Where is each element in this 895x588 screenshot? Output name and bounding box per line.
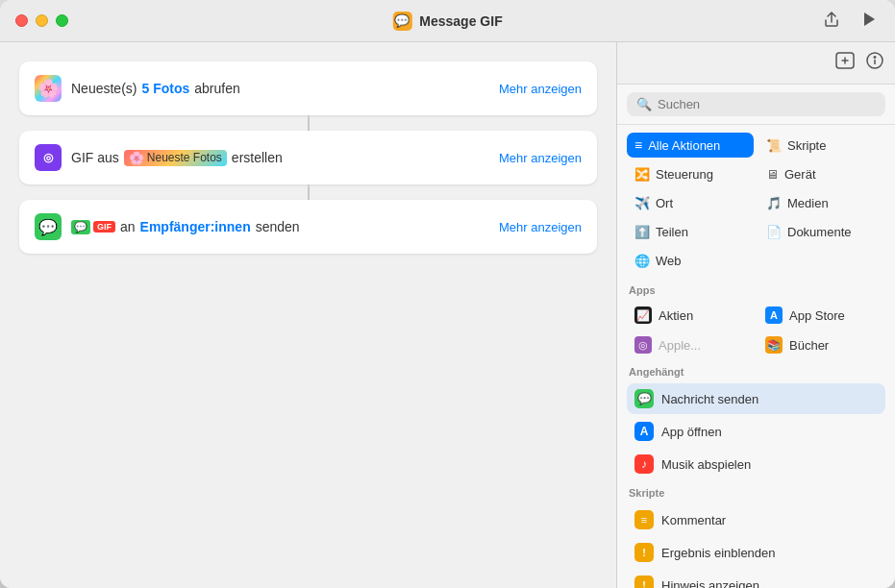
action-app-oeffnen[interactable]: A App öffnen <box>627 416 885 447</box>
app-apple[interactable]: ◎ Apple... <box>627 331 755 358</box>
titlebar-center: 💬 Message GIF <box>392 12 502 31</box>
step3-mehr-button[interactable]: Mehr anzeigen <box>499 220 582 234</box>
step2-mehr-button[interactable]: Mehr anzeigen <box>499 151 582 165</box>
maximize-button[interactable] <box>56 14 68 27</box>
cat-medien-label: Medien <box>787 196 829 210</box>
step2-neueste-fotos: 🌸 Neueste Fotos <box>124 150 227 166</box>
scripts-section-label: Skripte <box>617 483 895 501</box>
musik-abspielen-label: Musik abspielen <box>661 457 751 472</box>
cat-ort[interactable]: ✈️ Ort <box>627 191 754 215</box>
app-aktien[interactable]: 📈 Aktien <box>627 302 755 329</box>
action-ergebnis-einblenden[interactable]: ! Ergebnis einblenden <box>627 537 885 568</box>
svg-point-5 <box>874 57 876 59</box>
cat-steuerung-label: Steuerung <box>656 167 713 182</box>
cat-geraet[interactable]: 🖥 Gerät <box>758 162 885 186</box>
step3-label-senden: senden <box>256 219 300 234</box>
buecher-icon: 📚 <box>765 336 783 354</box>
step1-label-abrufen: abrufen <box>194 81 239 96</box>
cat-dokumente[interactable]: 📄 Dokumente <box>758 220 885 244</box>
musik-abspielen-icon: ♪ <box>634 454 654 474</box>
category-grid: ≡ Alle Aktionen 📜 Skripte 🔀 Steuerung 🖥 … <box>617 125 895 281</box>
connector-2 <box>308 188 310 200</box>
step3-msg-icon: 💬 <box>71 220 90 234</box>
search-bar: 🔍 <box>617 85 895 125</box>
workflow-step-1[interactable]: 🌸 Neueste(s) 5 Fotos abrufen Mehr anzeig… <box>19 61 597 115</box>
pinned-section-label: Angehängt <box>617 362 895 380</box>
workflow-panel: 🌸 Neueste(s) 5 Fotos abrufen Mehr anzeig… <box>0 42 616 588</box>
step1-label-neueste: Neueste(s) <box>71 81 137 96</box>
app-aktien-label: Aktien <box>659 308 693 323</box>
aktien-icon: 📈 <box>634 306 652 324</box>
step2-label-gif-aus: GIF aus <box>71 150 119 165</box>
skripte-icon: 📜 <box>766 138 782 153</box>
step1-mehr-button[interactable]: Mehr anzeigen <box>499 82 582 96</box>
dokumente-icon: 📄 <box>766 225 782 239</box>
share-button[interactable] <box>820 9 843 34</box>
alle-aktionen-icon: ≡ <box>634 137 642 153</box>
info-button[interactable] <box>866 52 883 74</box>
scripts-section: ≡ Kommentar ! Ergebnis einblenden ! <box>617 501 895 588</box>
step2-icon: ◎ <box>35 144 62 171</box>
window-title: Message GIF <box>419 13 502 29</box>
cat-web[interactable]: 🌐 Web <box>627 249 754 273</box>
step2-link-neueste-fotos: Neueste Fotos <box>147 151 222 164</box>
action-nachricht-senden[interactable]: 💬 Nachricht senden <box>627 383 885 414</box>
ergebnis-einblenden-label: Ergebnis einblenden <box>661 546 776 560</box>
geraet-icon: 🖥 <box>766 167 779 182</box>
actions-panel: 🔍 ≡ Alle Aktionen 📜 Skripte 🔀 <box>616 42 895 588</box>
app-apple-label: Apple... <box>659 338 701 353</box>
cat-teilen[interactable]: ⬆️ Teilen <box>627 220 754 244</box>
cat-alle-aktionen[interactable]: ≡ Alle Aktionen <box>627 133 754 158</box>
step3-icon: 💬 <box>35 213 62 240</box>
step2-fotos-badge[interactable]: 🌸 Neueste Fotos <box>124 150 227 166</box>
step2-label-erstellen: erstellen <box>232 150 283 165</box>
nachricht-senden-icon: 💬 <box>634 389 654 408</box>
cat-steuerung[interactable]: 🔀 Steuerung <box>627 162 754 186</box>
right-scroll-area[interactable]: 🔍 ≡ Alle Aktionen 📜 Skripte 🔀 <box>617 85 895 588</box>
cat-alle-aktionen-label: Alle Aktionen <box>648 138 720 153</box>
app-store-label: App Store <box>789 308 845 323</box>
workflow-step-3[interactable]: 💬 💬 GIF an Empfänger:innen senden Mehr a… <box>19 200 597 254</box>
app-store-icon: A <box>765 306 783 324</box>
step3-link-empfaenger[interactable]: Empfänger:innen <box>140 219 251 234</box>
app-buecher[interactable]: 📚 Bücher <box>758 331 885 358</box>
action-musik-abspielen[interactable]: ♪ Musik abspielen <box>627 449 885 479</box>
app-buecher-label: Bücher <box>789 338 829 353</box>
cat-skripte[interactable]: 📜 Skripte <box>758 133 885 158</box>
play-button[interactable] <box>858 10 880 33</box>
minimize-button[interactable] <box>36 14 48 27</box>
cat-geraet-label: Gerät <box>784 167 816 182</box>
add-action-button[interactable] <box>835 52 855 74</box>
app-app-store[interactable]: A App Store <box>758 302 885 329</box>
step1-link-fotos[interactable]: 5 Fotos <box>141 81 189 96</box>
search-input[interactable] <box>658 97 876 111</box>
app-icon: 💬 <box>392 12 411 31</box>
app-oeffnen-label: App öffnen <box>661 425 722 439</box>
search-icon: 🔍 <box>636 97 652 111</box>
step3-gif-badge-wrap: 💬 GIF <box>71 220 115 234</box>
cat-teilen-label: Teilen <box>656 225 688 239</box>
step3-gif-badge: GIF <box>93 221 115 233</box>
titlebar: 💬 Message GIF <box>0 0 895 42</box>
nachricht-senden-label: Nachricht senden <box>661 392 758 406</box>
pinned-section: 💬 Nachricht senden A App öffnen ♪ <box>617 380 895 483</box>
ort-icon: ✈️ <box>634 196 650 210</box>
right-toolbar <box>617 42 895 85</box>
app-oeffnen-icon: A <box>634 422 654 441</box>
close-button[interactable] <box>15 14 28 27</box>
web-icon: 🌐 <box>634 254 650 268</box>
hinweis-anzeigen-icon: ! <box>634 576 654 588</box>
main-content: 🌸 Neueste(s) 5 Fotos abrufen Mehr anzeig… <box>0 42 895 588</box>
workflow-step-2[interactable]: ◎ GIF aus 🌸 Neueste Fotos erstellen Mehr… <box>19 131 597 184</box>
hinweis-anzeigen-label: Hinweis anzeigen <box>661 578 759 589</box>
step1-text: Neueste(s) 5 Fotos abrufen <box>71 81 489 96</box>
teilen-icon: ⬆️ <box>634 225 650 239</box>
cat-medien[interactable]: 🎵 Medien <box>758 191 885 215</box>
step1-icon: 🌸 <box>35 75 62 102</box>
kommentar-label: Kommentar <box>661 513 726 527</box>
apple-icon: ◎ <box>634 336 652 354</box>
action-kommentar[interactable]: ≡ Kommentar <box>627 504 885 535</box>
connector-1 <box>308 119 310 131</box>
steuerung-icon: 🔀 <box>634 167 650 182</box>
action-hinweis-anzeigen[interactable]: ! Hinweis anzeigen <box>627 570 885 588</box>
